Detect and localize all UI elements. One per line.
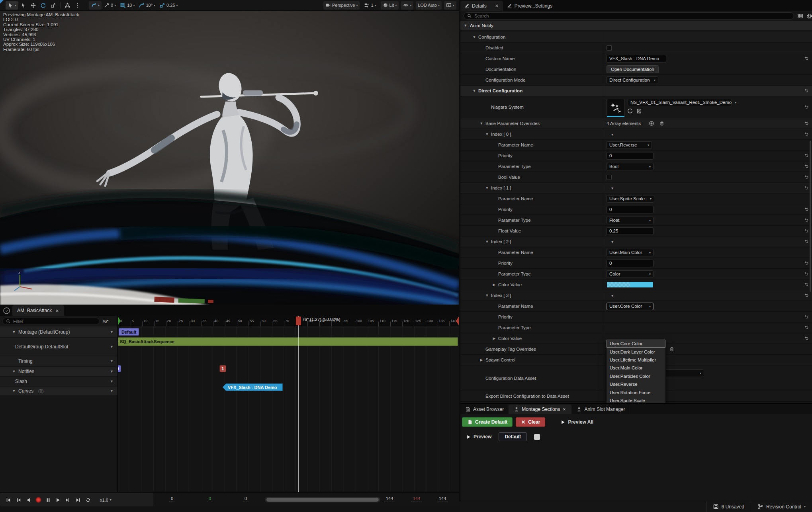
property-row[interactable]: Configuration ModeDirect Configuration▾ (460, 75, 812, 86)
property-row[interactable]: Parameter TypeBool▾ (460, 161, 812, 172)
camera-speed-button[interactable]: 1▾ (362, 1, 378, 10)
settings-gear-icon[interactable] (806, 13, 812, 19)
unsaved-indicator[interactable]: 6 Unsaved (706, 501, 751, 512)
reset-to-default-icon[interactable] (804, 175, 809, 180)
dropdown[interactable]: User.Reverse▾ (607, 141, 652, 149)
rotate-tool-button[interactable] (38, 1, 48, 10)
property-row[interactable]: Parameter NameUser.Reverse▾ (460, 140, 812, 150)
add-element-icon[interactable] (649, 121, 654, 126)
timing-marker-1[interactable]: 1 (219, 365, 226, 372)
dropdown[interactable]: User.Sprite Scale▾ (607, 195, 654, 203)
reset-to-default-icon[interactable] (804, 132, 809, 137)
property-row[interactable]: Priority0 (460, 258, 812, 269)
dropdown[interactable]: Float▾ (607, 217, 654, 224)
pause-button[interactable] (45, 496, 52, 504)
property-row[interactable]: Parameter NameUser.Sprite Scale▾ (460, 193, 812, 204)
property-row[interactable]: ▼Index [ 2 ]▾ (460, 236, 812, 247)
details-scrollbar[interactable] (810, 141, 811, 292)
rotation-snap-button[interactable]: 10°▾ (137, 1, 157, 10)
property-row[interactable]: Float Value0.25 (460, 226, 812, 236)
menu-item-user-lifetime-multiplier[interactable]: User.Lifetime Multiplier (607, 356, 665, 364)
tab-preview-settings[interactable]: Preview...Settings (503, 1, 556, 11)
scale-snap-button[interactable]: 0.25▾ (157, 1, 180, 10)
preview-viewport[interactable]: ▾▾0▾10▾10°▾0.25▾Perspective▾1▾Lit▾▾LOD A… (0, 0, 459, 305)
text-input[interactable]: 0 (607, 260, 654, 267)
range-spinner[interactable]: 144 (411, 496, 422, 502)
menu-item-user-main-color[interactable]: User.Main Color (607, 364, 665, 372)
text-input[interactable]: 0 (607, 206, 654, 213)
rotation-grid-mode-button[interactable]: ▾ (89, 1, 102, 10)
property-row[interactable]: Bool Value (460, 172, 812, 183)
reset-to-default-icon[interactable] (804, 121, 809, 126)
reset-to-default-icon[interactable] (804, 218, 809, 223)
loop-button[interactable] (84, 496, 92, 504)
perspective-select-button[interactable]: Perspective▾ (323, 1, 360, 10)
scale-tool-button[interactable] (48, 1, 58, 10)
preview-button[interactable]: Preview (466, 434, 491, 440)
dropdown[interactable]: Bool▾ (607, 163, 654, 170)
skip-end-button[interactable] (74, 496, 82, 504)
track-row-notifies[interactable]: ▼Notifies▼ (0, 367, 117, 376)
create-default-button[interactable]: Create Default (462, 417, 513, 427)
notify-state-tag[interactable]: VFX_Slash - DNA Demo (223, 383, 283, 391)
more-options-button[interactable] (72, 1, 82, 10)
property-row[interactable]: ▼Configuration (460, 32, 812, 43)
property-row[interactable]: ▼Index [ 1 ]▾ (460, 183, 812, 193)
range-spinner[interactable]: 144 (437, 496, 448, 502)
menu-item-user-rotation-force[interactable]: User.Rotation Force (607, 388, 665, 396)
screenshot-button[interactable]: ▾ (444, 1, 456, 10)
text-input[interactable]: 0 (607, 152, 654, 160)
dropdown[interactable]: Direct Configuration▾ (607, 76, 658, 84)
move-tool-button[interactable] (28, 1, 38, 10)
checkbox[interactable] (607, 45, 612, 51)
niagara-asset-dropdown[interactable]: NS_VFX_01_Slash_Variant_Red1_Smoke_Demo▾ (628, 99, 732, 106)
track-row-curves[interactable]: ▼Curves(0)▼ (0, 387, 117, 395)
timeline-ruler[interactable]: 0510152025303540455055606570758085909510… (118, 316, 459, 326)
step-forward-button[interactable] (65, 496, 72, 504)
property-row[interactable]: Priority0 (460, 204, 812, 215)
reset-to-default-icon[interactable] (804, 105, 809, 110)
text-input[interactable]: VFX_Slash - DNA Demo (607, 55, 666, 63)
reset-to-default-icon[interactable] (804, 88, 809, 94)
display-filter-icon[interactable] (797, 13, 803, 19)
property-row[interactable]: Parameter Type (460, 322, 812, 333)
playhead-marker[interactable] (296, 317, 301, 325)
property-row[interactable]: DocumentationOpen Documentation (460, 64, 812, 75)
track-row-montage-defaultgroup-[interactable]: ▼Montage (DefaultGroup)▼ (0, 326, 117, 337)
reset-to-default-icon[interactable] (804, 239, 809, 244)
section-checkbox[interactable] (534, 434, 540, 440)
reset-to-default-icon[interactable] (804, 293, 809, 298)
help-icon[interactable]: ? (3, 307, 10, 314)
property-row[interactable]: Parameter NameUser.Main Color▾ (460, 247, 812, 258)
close-icon[interactable] (495, 4, 499, 8)
property-row[interactable]: ▼Index [ 3 ]▾ (460, 290, 812, 301)
track-row-defaultgroup-defaultslot[interactable]: DefaultGroup.DefaultSlot▼ (0, 338, 117, 356)
default-section-button[interactable]: Default (499, 432, 527, 441)
property-row[interactable]: Priority0 (460, 150, 812, 161)
property-row[interactable]: Parameter NameUser.Core Color▾ (460, 301, 812, 312)
surface-snap-button[interactable]: 0▾ (102, 1, 118, 10)
timeline-scrollbar[interactable] (265, 497, 380, 502)
show-flags-button[interactable]: ▾ (401, 1, 413, 10)
reset-to-default-icon[interactable] (804, 282, 809, 287)
range-spinner[interactable]: 0 (169, 496, 175, 502)
open-documentation-button[interactable]: Open Documentation (607, 65, 659, 73)
play-forward-button[interactable] (55, 496, 62, 504)
property-row[interactable]: ▼Base Parameter Overrides4 Array element… (460, 118, 812, 129)
delete-elements-icon[interactable] (659, 121, 665, 126)
playhead-line[interactable] (298, 316, 299, 500)
select-arrow-button[interactable] (18, 1, 28, 10)
browse-to-asset-icon[interactable] (636, 108, 642, 114)
tab-details[interactable]: Details (460, 1, 503, 11)
reset-to-default-icon[interactable] (804, 164, 809, 169)
menu-item-user-reverse[interactable]: User.Reverse (607, 380, 665, 388)
checkbox[interactable] (607, 175, 612, 180)
reset-to-default-icon[interactable] (804, 261, 809, 266)
preview-all-button[interactable]: Preview All (560, 419, 593, 425)
menu-item-user-core-color[interactable]: User.Core Color (607, 340, 665, 348)
timeline-scrollbar-thumb[interactable] (266, 498, 379, 502)
reset-to-default-icon[interactable] (804, 207, 809, 212)
view-mode-lit-button[interactable]: Lit▾ (381, 1, 399, 10)
reset-to-default-icon[interactable] (804, 56, 809, 61)
reset-to-default-icon[interactable] (804, 153, 809, 158)
